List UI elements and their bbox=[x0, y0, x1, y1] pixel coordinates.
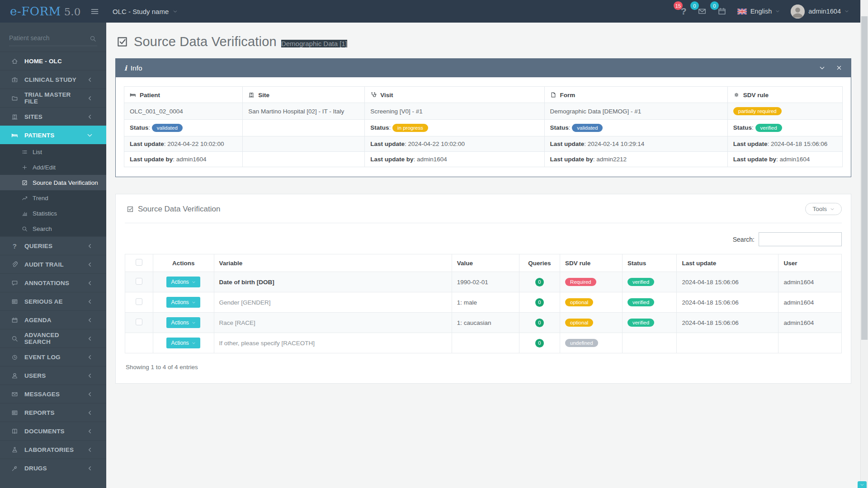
sidebar-item-trial-master-file[interactable]: TRIAL MASTER FILE bbox=[0, 89, 106, 107]
scroll-corner-button[interactable] bbox=[858, 481, 867, 488]
sidebar-item-audit-trail[interactable]: AUDIT TRAIL bbox=[0, 255, 106, 273]
chevron-left-icon bbox=[86, 243, 99, 249]
sdv-panel-title: Source Data Verification bbox=[138, 205, 220, 214]
sidebar-subitem-label: Statistics bbox=[33, 210, 57, 217]
table-search-input[interactable] bbox=[759, 232, 842, 246]
collapse-panel-icon[interactable] bbox=[819, 65, 826, 71]
queries-cell: 0 bbox=[519, 272, 560, 292]
sidebar-subitem-source-data-verification[interactable]: Source Data Verification bbox=[0, 175, 106, 190]
user-menu[interactable]: admin1604 bbox=[791, 5, 849, 19]
language-label: English bbox=[750, 8, 772, 15]
sidebar-item-label: DRUGS bbox=[24, 465, 47, 472]
sidebar-item-patients[interactable]: PATIENTS bbox=[0, 126, 106, 144]
folder-icon bbox=[11, 95, 19, 102]
sidebar-item-home-olc[interactable]: HOME - OLC bbox=[0, 52, 106, 70]
row-checkbox[interactable] bbox=[136, 278, 142, 285]
sidebar-subitem-trend[interactable]: Trend bbox=[0, 190, 106, 206]
sidebar-item-documents[interactable]: DOCUMENTS bbox=[0, 422, 106, 440]
variable-label: Gender [GENDER] bbox=[219, 299, 271, 306]
info-status-cell bbox=[243, 120, 365, 136]
sidebar-item-laboratories[interactable]: LABORATORIES bbox=[0, 440, 106, 459]
queries-count-badge: 0 bbox=[535, 298, 544, 307]
hamburger-menu-icon[interactable] bbox=[90, 7, 99, 16]
sdv-rule-cell: optional bbox=[560, 313, 623, 333]
check-square-icon bbox=[21, 180, 28, 186]
status-badge: validated bbox=[572, 124, 603, 132]
newspaper-icon bbox=[11, 298, 19, 305]
value-cell: 1990-02-01 bbox=[452, 272, 519, 292]
sidebar-subitem-search[interactable]: Search bbox=[0, 221, 106, 236]
history-icon bbox=[11, 354, 19, 361]
sdv-col-header-actions: Actions bbox=[153, 254, 214, 272]
actions-button[interactable]: Actions bbox=[166, 317, 200, 328]
page-title: Source Data Verification Demographic Dat… bbox=[116, 34, 851, 49]
info-last-update-by-cell: Last update by: admin1604 bbox=[124, 152, 243, 167]
page-title-text: Source Data Verification bbox=[134, 34, 277, 49]
actions-button[interactable]: Actions bbox=[166, 338, 200, 348]
sidebar-subitem-statistics[interactable]: Statistics bbox=[0, 206, 106, 221]
sidebar-item-users[interactable]: USERS bbox=[0, 366, 106, 385]
sidebar-item-sites[interactable]: SITES bbox=[0, 107, 106, 126]
language-selector[interactable]: English bbox=[737, 8, 780, 15]
last-update-cell: 2024-04-18 15:06:06 bbox=[677, 313, 778, 333]
list-icon bbox=[21, 149, 28, 155]
sidebar-item-serious-ae[interactable]: SERIOUS AE bbox=[0, 292, 106, 310]
actions-button[interactable]: Actions bbox=[166, 277, 200, 287]
sidebar-item-advanced-search[interactable]: ADVANCED SEARCH bbox=[0, 329, 106, 347]
sidebar-item-queries[interactable]: ?QUERIES bbox=[0, 236, 106, 255]
study-selector[interactable]: OLC - Study name bbox=[113, 8, 178, 15]
cogs-icon bbox=[733, 92, 740, 98]
user-cell: admin1604 bbox=[778, 313, 842, 333]
comment-icon bbox=[11, 280, 19, 286]
close-panel-icon[interactable] bbox=[836, 65, 842, 71]
sidebar-item-reports[interactable]: REPORTS bbox=[0, 403, 106, 422]
actions-cell: Actions bbox=[153, 313, 214, 333]
info-value-cell: partially required bbox=[727, 103, 842, 120]
sidebar-item-event-log[interactable]: EVENT LOG bbox=[0, 347, 106, 366]
status-cell: verified bbox=[622, 292, 676, 313]
chevron-left-icon bbox=[86, 335, 99, 342]
chevron-down-icon bbox=[775, 9, 780, 14]
status-cell bbox=[622, 333, 676, 353]
select-all-checkbox[interactable] bbox=[136, 259, 142, 266]
scrollbar-thumb[interactable] bbox=[861, 16, 868, 340]
agenda-button[interactable]: 0 bbox=[717, 7, 726, 16]
help-button[interactable]: ? 15 bbox=[681, 7, 687, 16]
tools-button[interactable]: Tools bbox=[805, 203, 842, 215]
variable-cell: Gender [GENDER] bbox=[214, 292, 452, 313]
sidebar-submenu: ListAdd/EditSource Data VerificationTren… bbox=[0, 144, 106, 236]
sidebar-subitem-list[interactable]: List bbox=[0, 144, 106, 160]
sdv-rule-cell: Required bbox=[560, 272, 623, 292]
actions-button[interactable]: Actions bbox=[166, 297, 200, 308]
queries-cell: 0 bbox=[519, 333, 560, 353]
sdv-panel-header: Source Data Verification Tools bbox=[125, 203, 842, 223]
info-table: PatientSiteVisitFormSDV ruleOLC_001_02_0… bbox=[124, 86, 843, 167]
sidebar-item-clinical-study[interactable]: CLINICAL STUDY bbox=[0, 70, 106, 89]
patient-search-input[interactable] bbox=[9, 32, 97, 46]
sidebar-item-messages[interactable]: MESSAGES bbox=[0, 385, 106, 403]
sidebar-item-annotations[interactable]: ANNOTATIONS bbox=[0, 273, 106, 292]
sidebar-item-agenda[interactable]: AGENDA bbox=[0, 310, 106, 329]
sidebar-item-label: USERS bbox=[24, 372, 46, 379]
uk-flag-icon bbox=[737, 9, 747, 14]
info-last-update-cell: Last update: 2024-04-18 15:06:06 bbox=[727, 136, 842, 152]
sidebar-item-drugs[interactable]: DRUGS bbox=[0, 459, 106, 477]
row-checkbox[interactable] bbox=[136, 319, 142, 325]
sidebar-subitem-add-edit[interactable]: Add/Edit bbox=[0, 160, 106, 175]
chevron-left-icon bbox=[86, 409, 99, 416]
sdv-col-header-user: User bbox=[778, 254, 842, 272]
sidebar-item-label: HOME - OLC bbox=[24, 58, 62, 65]
info-icon: i bbox=[124, 64, 127, 72]
vertical-scrollbar[interactable] bbox=[860, 0, 868, 488]
sidebar-item-label: MESSAGES bbox=[24, 391, 60, 398]
sdv-rule-badge: optional bbox=[565, 298, 593, 306]
search-icon bbox=[21, 226, 28, 232]
status-cell: verified bbox=[622, 313, 676, 333]
sidebar-item-label: EVENT LOG bbox=[24, 354, 61, 361]
row-checkbox[interactable] bbox=[136, 298, 142, 305]
study-selector-label: OLC - Study name bbox=[113, 8, 169, 15]
sdv-panel: Source Data Verification Tools Search: A… bbox=[115, 194, 851, 384]
check-square-icon bbox=[116, 36, 128, 48]
stethoscope-icon bbox=[370, 92, 377, 98]
messages-button[interactable]: 0 bbox=[698, 7, 707, 16]
